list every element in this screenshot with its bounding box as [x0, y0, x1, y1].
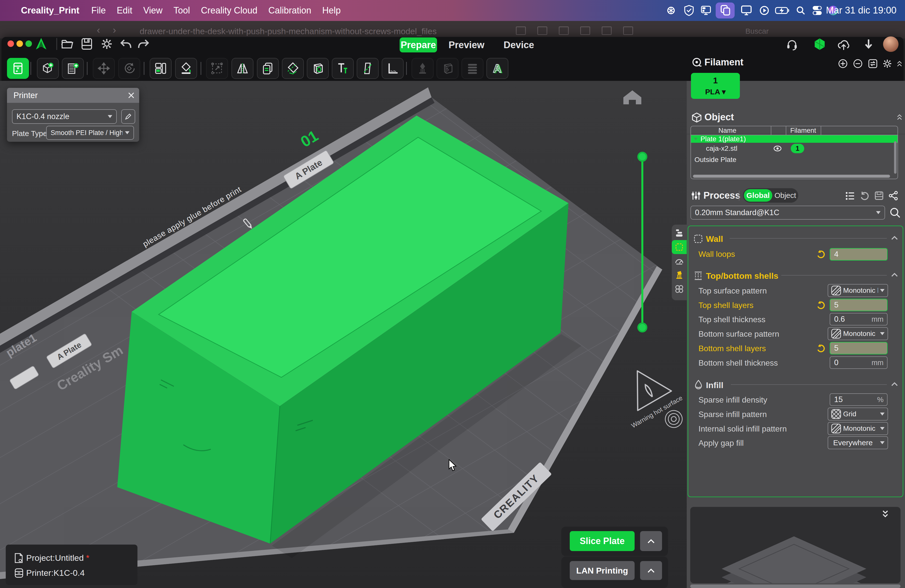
shield-check-icon[interactable]	[683, 3, 694, 18]
save-preset-button[interactable]	[875, 191, 884, 201]
character-tool-button[interactable]: AA	[486, 58, 508, 79]
creality-cloud-icon[interactable]	[814, 38, 826, 51]
seam-paint-button[interactable]	[357, 58, 379, 79]
printer-select[interactable]: K1C-0.4 nozzle	[12, 109, 117, 124]
filament-slot-1[interactable]: 1 PLA ▾	[691, 73, 740, 99]
tab-preview[interactable]: Preview	[449, 37, 484, 52]
collapse-wall-icon[interactable]	[891, 235, 898, 241]
object-row-outside[interactable]: Outside Plate	[691, 154, 897, 165]
tab-device[interactable]: Device	[502, 37, 536, 52]
close-window-button[interactable]	[8, 40, 14, 47]
tab-prepare[interactable]: Prepare	[400, 37, 437, 52]
add-model-button[interactable]	[37, 58, 59, 79]
collapse-object-icon[interactable]	[897, 114, 902, 121]
sync-filament-button[interactable]	[868, 59, 878, 69]
display-sidebar-icon[interactable]	[700, 3, 711, 18]
support-tool-button[interactable]	[411, 58, 433, 79]
collapse-infill-icon[interactable]	[891, 382, 898, 387]
slice-options-button[interactable]	[640, 531, 662, 551]
redo-button[interactable]	[138, 39, 149, 51]
support-headset-icon[interactable]	[786, 39, 798, 51]
reset-preset-button[interactable]	[860, 191, 870, 202]
menu-edit[interactable]: Edit	[117, 5, 132, 16]
sparse-infill-density-input[interactable]	[834, 395, 876, 404]
text-tool-button[interactable]	[332, 58, 354, 79]
move-tool-button[interactable]	[93, 58, 115, 79]
menu-file[interactable]: File	[91, 5, 106, 16]
top-surface-pattern-select[interactable]: Monotonic l...	[828, 284, 888, 297]
open-model-button[interactable]	[7, 58, 29, 79]
rotate-tool-button[interactable]	[118, 58, 140, 79]
object-hscrollbar[interactable]	[693, 175, 890, 178]
preset-select[interactable]: 0.20mm Standard@K1C	[691, 206, 885, 219]
measure-tool-button[interactable]	[382, 58, 403, 79]
add-filament-button[interactable]	[838, 59, 848, 69]
download-icon[interactable]	[864, 39, 873, 51]
mirror-tool-button[interactable]	[232, 58, 254, 79]
clone-tool-button[interactable]	[257, 58, 279, 79]
open-file-button[interactable]	[61, 38, 73, 51]
plate-type-select[interactable]: Smooth PEI Plate / High T...	[46, 126, 134, 140]
support-volume-button[interactable]	[437, 58, 459, 79]
wall-loops-input[interactable]	[834, 250, 884, 259]
support-section-tab[interactable]	[672, 268, 687, 282]
spotlight-icon[interactable]	[795, 3, 806, 18]
preview-scrollbar[interactable]	[690, 585, 900, 588]
print-options-button[interactable]	[640, 561, 662, 580]
speed-section-tab[interactable]	[672, 254, 687, 268]
strength-section-tab-active[interactable]	[672, 240, 687, 254]
display-icon[interactable]	[740, 3, 753, 18]
auto-arrange-button[interactable]	[150, 58, 171, 79]
apply-gap-fill-select[interactable]: Everywhere	[828, 436, 888, 449]
reset-value-icon[interactable]	[816, 249, 826, 259]
clip-slider-bottom-handle[interactable]	[638, 323, 646, 332]
user-avatar[interactable]	[883, 37, 899, 52]
menu-view[interactable]: View	[143, 5, 162, 16]
close-icon[interactable]	[128, 92, 134, 99]
internal-solid-infill-pattern-select[interactable]: Monotonic	[828, 422, 888, 435]
viewport-canvas[interactable]: Warning hot surface	[0, 81, 687, 588]
menu-creality-cloud[interactable]: Creality Cloud	[201, 5, 257, 16]
zoom-window-button[interactable]	[25, 40, 32, 47]
menu-help[interactable]: Help	[322, 5, 341, 16]
bottom-shell-layers-input[interactable]	[834, 343, 884, 353]
model-filament-badge[interactable]: 1	[791, 144, 804, 153]
chatgpt-icon[interactable]	[665, 3, 676, 18]
mode-global-button[interactable]: Global	[744, 189, 772, 202]
settings-gear-button[interactable]	[101, 38, 113, 51]
sparse-infill-pattern-select[interactable]: Grid	[828, 408, 888, 421]
lan-printing-button[interactable]: LAN Printing	[570, 561, 635, 580]
upload-cloud-icon[interactable]	[837, 39, 850, 51]
reset-value-icon[interactable]	[816, 343, 826, 353]
mode-object-button[interactable]: Object	[773, 189, 797, 202]
visibility-eye-icon[interactable]	[773, 146, 782, 151]
quality-section-tab[interactable]	[672, 226, 687, 240]
undo-button[interactable]	[120, 39, 132, 51]
others-section-tab[interactable]	[672, 282, 687, 296]
save-button[interactable]	[81, 38, 92, 51]
scale-tool-button[interactable]	[206, 58, 228, 79]
collapse-preview-icon[interactable]	[881, 509, 889, 520]
screen-mirroring-icon[interactable]	[716, 3, 735, 19]
bottom-shell-thickness-input[interactable]	[834, 358, 870, 367]
lay-on-face-button[interactable]	[175, 58, 197, 79]
compare-preset-button[interactable]	[889, 191, 899, 202]
menu-clock[interactable]: Mar 31 dic 19:00	[826, 5, 897, 16]
param-list-button[interactable]	[846, 191, 855, 202]
top-shell-thickness-input[interactable]	[834, 315, 870, 324]
menu-calibration[interactable]: Calibration	[268, 5, 311, 16]
remove-filament-button[interactable]	[853, 59, 862, 69]
collapse-filament-icon[interactable]	[897, 60, 902, 68]
bottom-surface-pattern-select[interactable]: Monotonic	[828, 327, 888, 340]
control-center-icon[interactable]	[811, 3, 823, 18]
filament-settings-button[interactable]	[883, 59, 892, 69]
menu-tool[interactable]: Tool	[174, 5, 190, 16]
play-circle-icon[interactable]	[759, 3, 770, 18]
layers-tool-button[interactable]	[462, 58, 483, 79]
top-shell-layers-input[interactable]	[834, 300, 884, 310]
slice-plate-button[interactable]: Slice Plate	[570, 531, 635, 551]
minimize-window-button[interactable]	[16, 40, 23, 47]
object-vscrollbar[interactable]	[894, 141, 897, 174]
cut-tool-button[interactable]	[282, 58, 304, 79]
tree-expand-icon[interactable]	[694, 138, 697, 140]
